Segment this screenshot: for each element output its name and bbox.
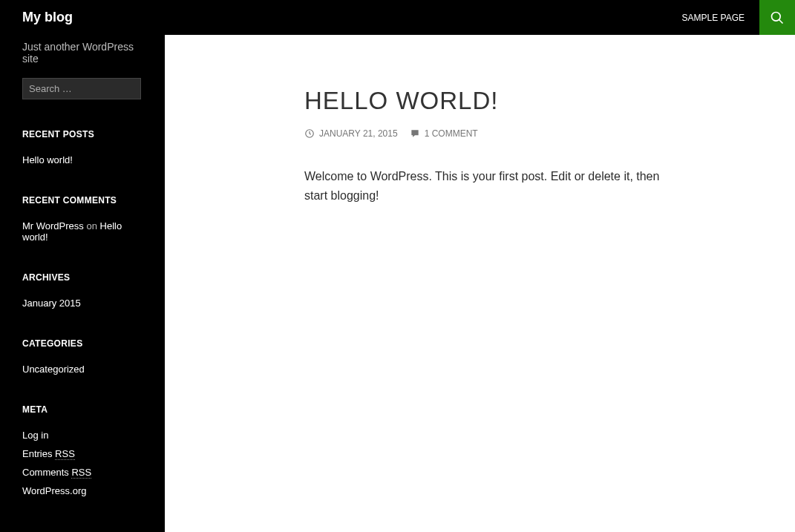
- list-item: Hello world!: [22, 154, 143, 165]
- archive-link[interactable]: January 2015: [22, 298, 81, 309]
- widget-meta: META Log in Entries RSS Comments RSS Wor…: [22, 404, 143, 496]
- comment-icon: [410, 128, 420, 139]
- list-item: Log in: [22, 430, 143, 441]
- comments-rss-link[interactable]: Comments RSS: [22, 467, 91, 479]
- login-link[interactable]: Log in: [22, 430, 48, 441]
- on-text: on: [84, 220, 100, 231]
- post-date-link[interactable]: JANUARY 21, 2015: [304, 128, 398, 139]
- widget-title-recent-comments: RECENT COMMENTS: [22, 195, 143, 206]
- widget-archives: ARCHIVES January 2015: [22, 272, 143, 309]
- content-area: HELLO WORLD! JANUARY 21, 2015 1 COMMENT …: [165, 35, 795, 532]
- site-title-link[interactable]: My blog: [22, 10, 73, 25]
- post-comments-link[interactable]: 1 COMMENT: [410, 128, 478, 139]
- svg-line-1: [779, 19, 783, 23]
- header-right: SAMPLE PAGE: [667, 0, 795, 35]
- widget-recent-posts: RECENT POSTS Hello world!: [22, 129, 143, 165]
- nav-sample-page[interactable]: SAMPLE PAGE: [667, 0, 759, 35]
- widget-title-archives: ARCHIVES: [22, 272, 143, 283]
- post-date-text: JANUARY 21, 2015: [319, 128, 398, 139]
- main-container: Just another WordPress site RECENT POSTS…: [0, 35, 795, 532]
- site-header: My blog SAMPLE PAGE: [0, 0, 795, 35]
- list-item: Mr WordPress on Hello world!: [22, 220, 143, 243]
- clock-icon: [304, 128, 315, 139]
- comment-author-link[interactable]: Mr WordPress: [22, 220, 84, 231]
- search-input[interactable]: [22, 78, 141, 99]
- site-tagline: Just another WordPress site: [22, 41, 143, 65]
- widget-title-categories: CATEGORIES: [22, 338, 143, 349]
- list-item: Uncategorized: [22, 364, 143, 375]
- widget-title-recent-posts: RECENT POSTS: [22, 129, 143, 139]
- wordpress-org-link[interactable]: WordPress.org: [22, 485, 86, 496]
- post-meta: JANUARY 21, 2015 1 COMMENT: [304, 128, 795, 139]
- list-item: Entries RSS: [22, 448, 143, 459]
- post-content: Welcome to WordPress. This is your first…: [304, 167, 661, 205]
- widget-categories: CATEGORIES Uncategorized: [22, 338, 143, 375]
- widget-title-meta: META: [22, 404, 143, 415]
- post-title-link[interactable]: HELLO WORLD!: [304, 87, 795, 115]
- post-comments-text: 1 COMMENT: [425, 128, 478, 139]
- list-item: January 2015: [22, 298, 143, 309]
- list-item: Comments RSS: [22, 467, 143, 478]
- category-link[interactable]: Uncategorized: [22, 364, 85, 375]
- recent-post-link[interactable]: Hello world!: [22, 154, 73, 165]
- rss-abbr: RSS: [55, 448, 75, 460]
- entries-rss-link[interactable]: Entries RSS: [22, 448, 75, 460]
- list-item: WordPress.org: [22, 485, 143, 496]
- sidebar: Just another WordPress site RECENT POSTS…: [0, 35, 165, 532]
- svg-point-0: [772, 12, 781, 21]
- rss-abbr: RSS: [71, 467, 91, 479]
- search-toggle-button[interactable]: [759, 0, 795, 35]
- search-icon: [770, 10, 785, 25]
- widget-recent-comments: RECENT COMMENTS Mr WordPress on Hello wo…: [22, 195, 143, 243]
